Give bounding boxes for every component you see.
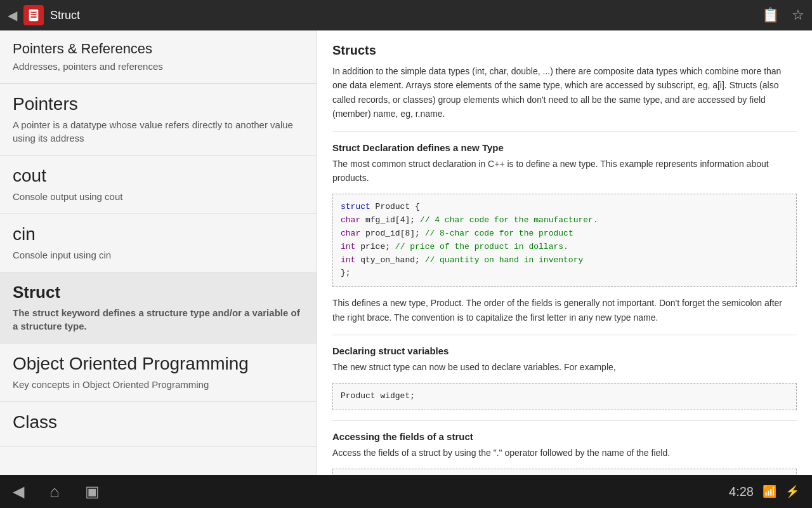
content-main-title: Structs	[332, 43, 797, 58]
topbar-left: ◀ Struct	[8, 5, 80, 25]
sidebar-item-title: Struct	[13, 283, 304, 302]
topbar: ◀ Struct 📋 ☆	[0, 0, 812, 30]
topbar-actions: 📋 ☆	[762, 7, 804, 23]
sidebar-item-desc: The struct keyword defines a structure t…	[13, 306, 304, 333]
sidebar-item-title: cin	[13, 224, 304, 244]
sidebar-item-desc: Console output using cout	[13, 190, 304, 203]
section-text-declaration: The most common struct declaration in C+…	[332, 157, 797, 185]
back-icon[interactable]: ◀	[8, 8, 17, 23]
divider-3	[332, 420, 797, 421]
sidebar-item-class[interactable]: Class	[0, 402, 317, 447]
sidebar-item-desc: Console input using cin	[13, 248, 304, 262]
sidebar-item-pointers-refs[interactable]: Pointers & References Addresses, pointer…	[0, 30, 317, 84]
code-block-struct: struct Product { char mfg_id[4]; // 4 ch…	[332, 194, 797, 287]
section-text-declaring-vars: The new struct type can now be used to d…	[332, 360, 797, 374]
status-time: 4:28	[729, 485, 754, 499]
home-nav-icon[interactable]: ⌂	[49, 482, 60, 502]
sidebar-item-desc: A pointer is a datatype whose value refe…	[13, 118, 304, 145]
section-text-after-declaration: This defines a new type, Product. The or…	[332, 296, 797, 324]
wifi-icon: 📶	[763, 485, 776, 498]
section-text-accessing: Access the fields of a struct by using t…	[332, 446, 797, 460]
main-container: Pointers & References Addresses, pointer…	[0, 30, 812, 475]
section-subtitle-declaration: Struct Declaration defines a new Type	[332, 142, 797, 153]
section-subtitle-declaring-vars: Declaring struct variables	[332, 345, 797, 356]
star-icon[interactable]: ☆	[792, 7, 804, 23]
bottombar-nav: ◀ ⌂ ▣	[13, 482, 100, 502]
sidebar-item-struct[interactable]: Struct The struct keyword defines a stru…	[0, 272, 317, 344]
sidebar-item-oop[interactable]: Object Oriented Programming Key concepts…	[0, 344, 317, 402]
sidebar-item-title: Object Oriented Programming	[13, 354, 304, 374]
code-block-product-widget: Product widget;	[332, 383, 797, 410]
sidebar: Pointers & References Addresses, pointer…	[0, 30, 317, 475]
sidebar-item-desc: Addresses, pointers and references	[13, 60, 304, 73]
bottombar: ◀ ⌂ ▣ 4:28 📶 ⚡	[0, 475, 812, 508]
sidebar-item-pointers[interactable]: Pointers A pointer is a datatype whose v…	[0, 84, 317, 156]
topbar-title: Struct	[50, 9, 80, 22]
battery-icon: ⚡	[785, 485, 799, 498]
sidebar-item-title: Class	[13, 412, 304, 432]
sidebar-item-cout[interactable]: cout Console output using cout	[0, 156, 317, 214]
section-subtitle-accessing: Accessing the fields of a struct	[332, 431, 797, 442]
copy-icon[interactable]: 📋	[762, 7, 779, 23]
sidebar-item-title: cout	[13, 166, 304, 186]
sidebar-item-cin[interactable]: cin Console input using cin	[0, 214, 317, 272]
divider-2	[332, 335, 797, 335]
content-intro: In addition to the simple data types (in…	[332, 64, 797, 121]
sidebar-item-title: Pointers & References	[13, 41, 304, 57]
sidebar-item-title: Pointers	[13, 94, 304, 114]
content-area: Structs In addition to the simple data t…	[317, 30, 812, 475]
recents-nav-icon[interactable]: ▣	[85, 483, 100, 500]
divider-1	[332, 131, 797, 132]
code-block-accessing: widget.price = 200; widget.qty_on_hand =…	[332, 469, 797, 475]
book-icon	[27, 8, 41, 22]
app-icon	[23, 5, 44, 25]
back-nav-icon[interactable]: ◀	[13, 483, 24, 500]
sidebar-item-desc: Key concepts in Object Oriented Programm…	[13, 378, 304, 391]
bottombar-right: 4:28 📶 ⚡	[729, 485, 799, 499]
